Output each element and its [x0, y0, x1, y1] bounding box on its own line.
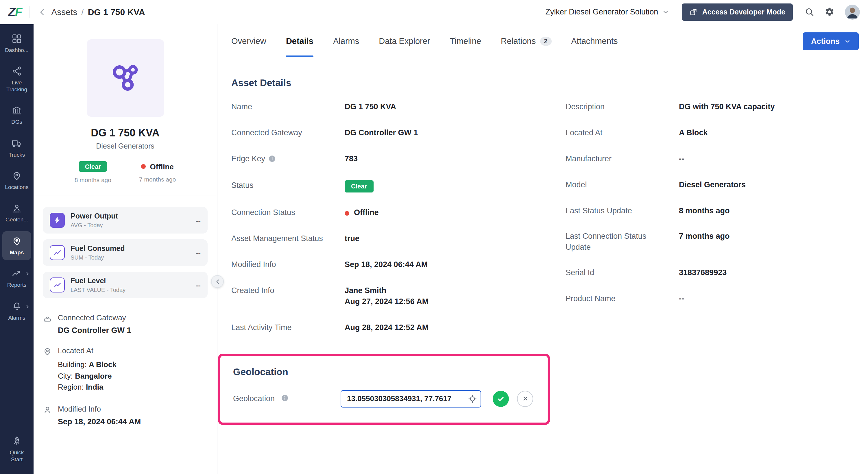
field-label: Status [231, 180, 345, 191]
cancel-button[interactable] [517, 390, 533, 407]
panel-info: Connected Gateway DG Controller GW 1 Loc… [43, 313, 208, 426]
person-icon [43, 404, 58, 426]
asset-details-heading: Asset Details [231, 77, 854, 89]
map-pin-icon [11, 235, 22, 246]
field-last-activity-time: Last Activity Time Aug 28, 2024 12:52 AM [231, 315, 565, 341]
sidebar-item-quick-start[interactable]: Quick Start [2, 431, 31, 467]
connection-status: Offline [141, 162, 174, 171]
field-asset-management-status: Asset Management Status true [231, 226, 565, 252]
app-root: ZF Assets / DG 1 750 KVA Zylker Diesel G… [0, 0, 868, 474]
tab-label: Attachments [571, 36, 618, 46]
field-label: Created Info [231, 286, 345, 296]
field-serial-id: Serial Id 31837689923 [565, 260, 854, 286]
settings-button[interactable] [825, 7, 834, 17]
field-value: -- [679, 154, 684, 165]
field-model: Model Diesel Generators [565, 172, 854, 198]
field-label: Last Status Update [565, 206, 679, 216]
tab-alarms[interactable]: Alarms [333, 25, 359, 57]
metric-agg: AVG - Today [70, 222, 118, 228]
app-logo[interactable]: ZF [8, 5, 22, 19]
collapse-panel-button[interactable] [211, 275, 224, 288]
solution-selector[interactable]: Zylker Diesel Generator Solution [545, 7, 669, 16]
sidebar-item-trucks[interactable]: Trucks [2, 133, 31, 162]
tab-details[interactable]: Details [286, 25, 313, 57]
located-texts: Located At Building: A Block City: Banga… [58, 346, 117, 393]
fields-left-column: Name DG 1 750 KVA Connected Gateway DG C… [231, 94, 565, 341]
field-value: DG Controller GW 1 [345, 128, 418, 139]
reports-icon [11, 268, 22, 279]
sidebar-item-alarms[interactable]: Alarms [2, 296, 31, 325]
field-label: Product Name [565, 294, 679, 304]
sidebar-item-dgs[interactable]: DGs [2, 101, 31, 130]
tab-label: Data Explorer [379, 36, 430, 46]
sidebar-item-maps[interactable]: Maps [2, 231, 31, 260]
tab-label: Relations [501, 36, 536, 46]
sidebar-item-label: Trucks [9, 151, 25, 158]
tab-attachments[interactable]: Attachments [571, 25, 618, 57]
field-label: Name [231, 102, 345, 112]
located-line: City: Bangalore [58, 370, 117, 381]
status-badge: Clear [79, 161, 107, 172]
located-line: Region: India [58, 381, 117, 393]
location-pin-icon [11, 170, 22, 181]
metric-value: -- [196, 216, 201, 225]
topbar: ZF Assets / DG 1 750 KVA Zylker Diesel G… [0, 0, 868, 24]
metric-agg: SUM - Today [70, 254, 125, 261]
actions-button[interactable]: Actions [803, 32, 859, 50]
located-lines: Building: A Block City: Bangalore Region… [58, 359, 117, 393]
breadcrumb-assets[interactable]: Assets [51, 7, 77, 17]
sidebar-item-locations[interactable]: Locations [2, 166, 31, 195]
access-developer-mode-button[interactable]: Access Developer Mode [682, 3, 793, 21]
search-button[interactable] [804, 7, 814, 17]
offline-dot [345, 211, 349, 216]
geolocation-input[interactable] [341, 390, 481, 407]
field-label: Model [565, 180, 679, 190]
connection-time: 7 months ago [139, 176, 176, 183]
sidebar-item-reports[interactable]: Reports [2, 263, 31, 293]
sidebar-item-label: Live Tracking [3, 80, 30, 93]
sidebar-item-label: Dashbo... [5, 47, 28, 54]
gateway-icon [43, 313, 58, 335]
external-link-icon [689, 8, 698, 16]
metric-fuel-consumed[interactable]: Fuel Consumed SUM - Today -- [43, 239, 208, 266]
info-icon[interactable] [281, 394, 288, 403]
tab-relations[interactable]: Relations2 [501, 25, 551, 57]
metric-texts: Power Output AVG - Today [70, 212, 118, 228]
crosshair-icon[interactable] [468, 394, 477, 403]
tab-label: Alarms [333, 36, 359, 46]
metric-power-output[interactable]: Power Output AVG - Today -- [43, 207, 208, 233]
avatar[interactable] [845, 4, 860, 19]
sidebar-item-dashboards[interactable]: Dashbo... [2, 29, 31, 58]
sidebar-item-label: Reports [7, 282, 27, 288]
modified-value: Sep 18, 2024 06:44 AM [58, 417, 141, 426]
located-key: Building: [58, 360, 87, 369]
metric-fuel-level[interactable]: Fuel Level LAST VALUE - Today -- [43, 272, 208, 298]
fields-right-column: Description DG with 750 KVA capacity Loc… [565, 94, 854, 341]
geofence-icon [11, 203, 22, 214]
topbar-right: Zylker Diesel Generator Solution Access … [545, 3, 860, 21]
sidebar-item-geofences[interactable]: Geofen... [2, 198, 31, 228]
modified-block: Modified Info Sep 18, 2024 06:44 AM [43, 404, 208, 426]
bell-icon [11, 301, 22, 311]
logo-f: F [15, 5, 22, 19]
tab-data-explorer[interactable]: Data Explorer [379, 25, 430, 57]
sidebar-item-label: Alarms [8, 314, 25, 321]
tab-timeline[interactable]: Timeline [450, 25, 482, 57]
connection-label: Offline [150, 162, 174, 171]
metric-name: Fuel Consumed [70, 245, 125, 253]
info-icon[interactable] [268, 155, 276, 165]
rocket-icon [11, 436, 22, 446]
confirm-button[interactable] [493, 390, 509, 407]
located-value: Bangalore [75, 371, 112, 380]
located-key: Region: [58, 383, 84, 391]
field-value: Clear [345, 180, 373, 193]
tab-overview[interactable]: Overview [231, 25, 266, 57]
field-value: 783 [345, 154, 358, 165]
tab-label: Details [286, 36, 313, 46]
back-button[interactable] [37, 7, 46, 17]
live-tracking-icon [11, 66, 22, 76]
metric-value: -- [196, 248, 201, 257]
sidebar-item-live-tracking[interactable]: Live Tracking [2, 62, 31, 97]
field-connected-gateway: Connected Gateway DG Controller GW 1 [231, 120, 565, 146]
created-at: Aug 27, 2024 12:56 AM [345, 296, 429, 308]
